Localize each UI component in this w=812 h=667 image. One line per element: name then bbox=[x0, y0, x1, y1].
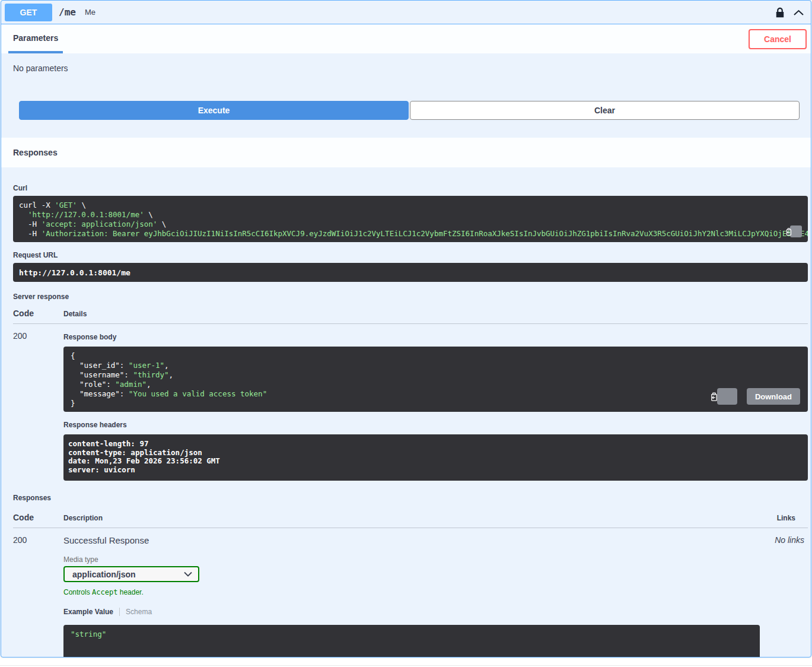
curl-line-1: curl -X 'GET' \ bbox=[19, 201, 802, 210]
copy-response-body-button[interactable] bbox=[717, 388, 737, 405]
operation-path: /me bbox=[59, 7, 76, 18]
documented-responses-label: Responses bbox=[13, 494, 808, 502]
json-row: "user_id": "user-1", bbox=[71, 361, 801, 370]
json-row: "username": "thirdy", bbox=[71, 370, 801, 380]
clear-button[interactable]: Clear bbox=[410, 101, 800, 120]
responses-title: Responses bbox=[13, 148, 58, 157]
cancel-button[interactable]: Cancel bbox=[749, 29, 807, 49]
request-url-label: Request URL bbox=[13, 251, 808, 259]
operation-summary[interactable]: GET /me Me bbox=[1, 1, 811, 24]
model-example-tabs: Example Value Schema bbox=[63, 608, 737, 616]
response-headers-block: content-length: 97content-type: applicat… bbox=[63, 434, 808, 481]
example-value-block: "string" bbox=[63, 625, 760, 658]
server-response-table-head: Code Details bbox=[13, 309, 808, 318]
json-row: "role": "admin", bbox=[71, 380, 801, 389]
header-line: server: uvicorn bbox=[68, 466, 803, 475]
tab-parameters-label: Parameters bbox=[13, 33, 58, 43]
json-row: "message": "You used a valid access toke… bbox=[71, 389, 801, 399]
no-parameters-text: No parameters bbox=[13, 63, 68, 73]
col-header-details: Details bbox=[63, 310, 808, 318]
response-code: 200 bbox=[13, 535, 63, 545]
page-section-divider bbox=[0, 665, 812, 666]
lock-icon bbox=[776, 7, 784, 18]
response-body-label: Response body bbox=[63, 333, 808, 341]
curl-label: Curl bbox=[13, 184, 808, 192]
curl-command-block: curl -X 'GET' \ 'http://127.0.0.1:8001/m… bbox=[13, 196, 808, 242]
media-type-select[interactable]: application/json bbox=[63, 566, 199, 582]
clipboard-copy-icon bbox=[785, 210, 807, 243]
curl-line-4: -H 'Authorization: Bearer eyJhbGciOiJIUz… bbox=[19, 229, 802, 239]
authorization-lock-button[interactable] bbox=[776, 7, 784, 18]
header-line: content-length: 97 bbox=[68, 440, 803, 449]
col-header-links: Links bbox=[777, 514, 808, 522]
header-line: content-type: application/json bbox=[68, 449, 803, 458]
responses-inner: Curl curl -X 'GET' \ 'http://127.0.0.1:8… bbox=[1, 167, 811, 658]
live-response-row: 200 Response body { "user_id": "user-1",… bbox=[13, 324, 808, 481]
clipboard-copy-icon bbox=[709, 374, 744, 412]
accept-header-note: Controls Accept header. bbox=[63, 588, 737, 596]
collapse-operation-button[interactable] bbox=[794, 9, 804, 15]
col-header-code: Code bbox=[13, 309, 63, 318]
copy-curl-button[interactable] bbox=[790, 225, 802, 237]
tab-schema[interactable]: Schema bbox=[119, 608, 152, 616]
server-response-label: Server response bbox=[13, 293, 808, 301]
tab-example-value[interactable]: Example Value bbox=[63, 608, 113, 616]
response-body-block: { "user_id": "user-1", "username": "thir… bbox=[63, 347, 808, 412]
operation-block-get-me: GET /me Me Parameters Cancel No param bbox=[1, 0, 811, 658]
download-button[interactable]: Download bbox=[747, 388, 800, 405]
header-line: date: Mon,23 Feb 2026 23:56:02 GMT bbox=[68, 457, 803, 466]
operation-description: Me bbox=[85, 8, 95, 17]
parameters-header: Parameters Cancel bbox=[1, 24, 811, 53]
response-description: Successful Response bbox=[63, 535, 737, 545]
documented-responses-table-head: Code Description Links bbox=[13, 513, 808, 522]
response-headers-label: Response headers bbox=[63, 421, 808, 429]
parameters-body: No parameters bbox=[1, 53, 811, 82]
col-header-description: Description bbox=[63, 514, 777, 522]
request-url-block: http://127.0.0.1:8001/me bbox=[13, 263, 808, 282]
curl-line-2: 'http://127.0.0.1:8001/me' \ bbox=[19, 210, 802, 220]
response-links: No links bbox=[737, 535, 808, 545]
execute-button[interactable]: Execute bbox=[19, 101, 409, 120]
responses-section-header: Responses bbox=[1, 138, 811, 167]
method-badge: GET bbox=[5, 4, 52, 21]
col-header-code: Code bbox=[13, 513, 63, 522]
media-type-value: application/json bbox=[72, 570, 136, 579]
chevron-down-icon bbox=[184, 571, 192, 577]
live-response-code: 200 bbox=[13, 331, 63, 341]
media-type-label: Media type bbox=[63, 555, 737, 564]
curl-line-3: -H 'accept: application/json' \ bbox=[19, 220, 802, 229]
tab-parameters[interactable]: Parameters bbox=[8, 24, 63, 53]
documented-response-row: 200 Successful Response Media type appli… bbox=[13, 528, 808, 658]
chevron-up-icon bbox=[794, 9, 804, 15]
execute-wrapper: Execute Clear bbox=[1, 82, 811, 138]
